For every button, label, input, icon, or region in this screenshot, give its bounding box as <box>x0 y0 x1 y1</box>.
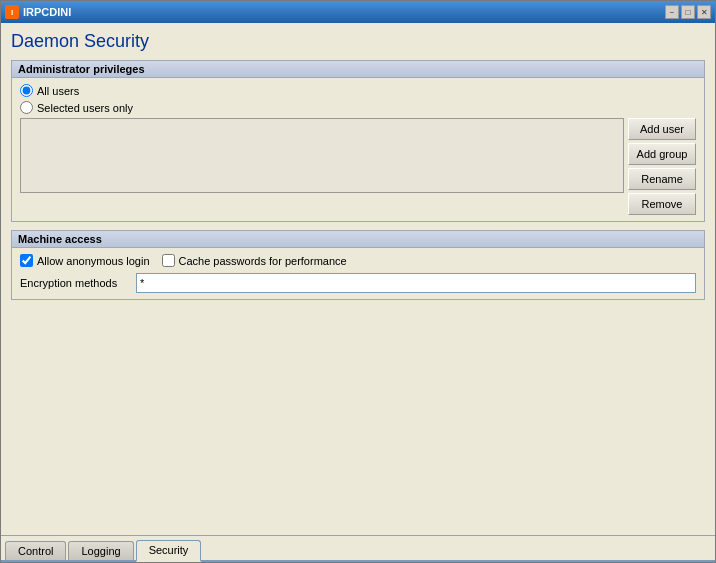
admin-section-header: Administrator privileges <box>12 61 704 78</box>
main-window: I IRPCDINI − □ ✕ Daemon Security Adminis… <box>0 0 716 563</box>
rename-button[interactable]: Rename <box>628 168 696 190</box>
tab-control[interactable]: Control <box>5 541 66 560</box>
add-user-button[interactable]: Add user <box>628 118 696 140</box>
user-list-buttons: Add user Add group Rename Remove <box>628 118 696 215</box>
titlebar-left: I IRPCDINI <box>5 5 71 19</box>
encryption-row: Encryption methods <box>20 273 696 293</box>
page-title: Daemon Security <box>11 31 705 52</box>
minimize-button[interactable]: − <box>665 5 679 19</box>
titlebar: I IRPCDINI − □ ✕ <box>1 1 715 23</box>
maximize-button[interactable]: □ <box>681 5 695 19</box>
allow-anonymous-row: Allow anonymous login <box>20 254 150 267</box>
allow-anonymous-label: Allow anonymous login <box>37 255 150 267</box>
machine-checkboxes-row: Allow anonymous login Cache passwords fo… <box>20 254 696 267</box>
encryption-label: Encryption methods <box>20 277 130 289</box>
user-list-area: Add user Add group Rename Remove <box>20 118 696 215</box>
cache-passwords-checkbox[interactable] <box>162 254 175 267</box>
admin-section: Administrator privileges All users Selec… <box>11 60 705 222</box>
main-content: Daemon Security Administrator privileges… <box>1 23 715 535</box>
radio-selected-users[interactable] <box>20 101 33 114</box>
radio-all-users-row: All users <box>20 84 696 97</box>
cache-passwords-row: Cache passwords for performance <box>162 254 347 267</box>
tab-bar: Control Logging Security <box>1 536 715 562</box>
machine-section-header: Machine access <box>12 231 704 248</box>
add-group-button[interactable]: Add group <box>628 143 696 165</box>
machine-section: Machine access Allow anonymous login Cac… <box>11 230 705 300</box>
titlebar-buttons: − □ ✕ <box>665 5 711 19</box>
tab-security[interactable]: Security <box>136 540 202 562</box>
cache-passwords-label: Cache passwords for performance <box>179 255 347 267</box>
window-title: IRPCDINI <box>23 6 71 18</box>
radio-selected-users-label: Selected users only <box>37 102 133 114</box>
admin-section-body: All users Selected users only Add user A… <box>12 78 704 221</box>
allow-anonymous-checkbox[interactable] <box>20 254 33 267</box>
close-button[interactable]: ✕ <box>697 5 711 19</box>
remove-button[interactable]: Remove <box>628 193 696 215</box>
machine-section-body: Allow anonymous login Cache passwords fo… <box>12 248 704 299</box>
radio-all-users-label: All users <box>37 85 79 97</box>
encryption-input[interactable] <box>136 273 696 293</box>
window-icon: I <box>5 5 19 19</box>
user-list[interactable] <box>20 118 624 193</box>
radio-all-users[interactable] <box>20 84 33 97</box>
tab-logging[interactable]: Logging <box>68 541 133 560</box>
tab-bar-container: Control Logging Security <box>1 535 715 562</box>
radio-selected-row: Selected users only <box>20 101 696 114</box>
